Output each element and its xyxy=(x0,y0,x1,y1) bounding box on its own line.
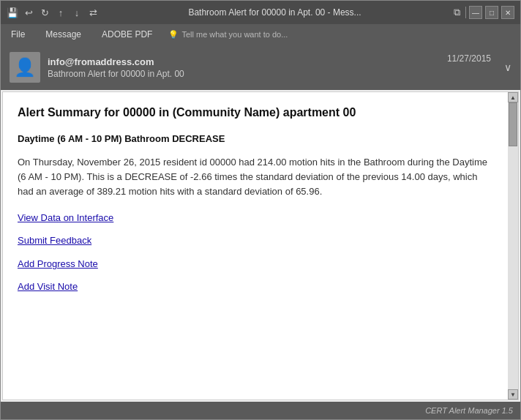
redo-icon[interactable]: ↻ xyxy=(39,7,50,18)
email-body-wrapper: Alert Summary for 00000 in (Community Na… xyxy=(2,91,519,400)
scroll-down-button[interactable]: ▼ xyxy=(508,389,518,400)
expand-button[interactable]: ∨ xyxy=(504,61,511,73)
resize-icon[interactable]: ⧉ xyxy=(451,7,462,18)
submit-feedback-link[interactable]: Submit Feedback xyxy=(18,233,493,248)
minimize-button[interactable]: — xyxy=(469,6,482,19)
menu-adobe-pdf[interactable]: ADOBE PDF xyxy=(97,28,157,41)
maximize-button[interactable]: □ xyxy=(485,6,498,19)
add-visit-note-link[interactable]: Add Visit Note xyxy=(18,280,493,294)
alert-heading: Alert Summary for 00000 in (Community Na… xyxy=(18,104,493,121)
close-button[interactable]: ✕ xyxy=(501,6,514,19)
undo-icon[interactable]: ↩ xyxy=(23,7,34,18)
email-subject: Bathroom Alert for 00000 in Apt. 00 xyxy=(48,69,440,79)
email-date: 11/27/2015 xyxy=(447,53,491,64)
email-window: 💾 ↩ ↻ ↑ ↓ ⇄ Bathroom Alert for 00000 in … xyxy=(0,0,521,420)
scroll-up-button[interactable]: ▲ xyxy=(508,92,518,102)
scrollbar-track[interactable] xyxy=(508,102,518,389)
title-bar: 💾 ↩ ↻ ↑ ↓ ⇄ Bathroom Alert for 00000 in … xyxy=(1,1,520,24)
alert-subheading: Daytime (6 AM - 10 PM) Bathroom DECREASE xyxy=(18,132,493,146)
save-icon[interactable]: 💾 xyxy=(7,7,18,18)
transfer-icon[interactable]: ⇄ xyxy=(87,7,99,18)
email-from: info@fromaddress.com xyxy=(48,56,440,67)
avatar: 👤 xyxy=(10,52,40,83)
footer-text: CERT Alert Manager 1.5 xyxy=(425,406,513,415)
search-placeholder[interactable]: Tell me what you want to do... xyxy=(181,30,288,39)
menu-bar: File Message ADOBE PDF 💡 Tell me what yo… xyxy=(1,24,520,45)
email-body: Alert Summary for 00000 in (Community Na… xyxy=(3,92,508,400)
window-title: Bathroom Alert for 00000 in Apt. 00 - Me… xyxy=(103,7,446,18)
person-icon: 👤 xyxy=(14,57,36,78)
add-progress-note-link[interactable]: Add Progress Note xyxy=(18,257,493,271)
download-icon[interactable]: ↓ xyxy=(71,7,83,18)
view-data-link[interactable]: View Data on Interface xyxy=(18,211,493,225)
upload-icon[interactable]: ↑ xyxy=(55,7,67,18)
menu-message[interactable]: Message xyxy=(41,28,86,41)
email-footer: CERT Alert Manager 1.5 xyxy=(1,402,520,419)
alert-body-text: On Thursday, November 26, 2015 resident … xyxy=(18,155,493,199)
lightbulb-icon: 💡 xyxy=(168,30,179,40)
scrollbar[interactable]: ▲ ▼ xyxy=(508,92,518,400)
window-controls: ⧉ — □ ✕ xyxy=(451,6,514,19)
email-header: 👤 info@fromaddress.com Bathroom Alert fo… xyxy=(1,45,520,90)
scrollbar-thumb[interactable] xyxy=(509,102,517,146)
search-bar: 💡 Tell me what you want to do... xyxy=(168,30,514,40)
email-meta: info@fromaddress.com Bathroom Alert for … xyxy=(48,56,440,79)
menu-file[interactable]: File xyxy=(7,28,29,41)
